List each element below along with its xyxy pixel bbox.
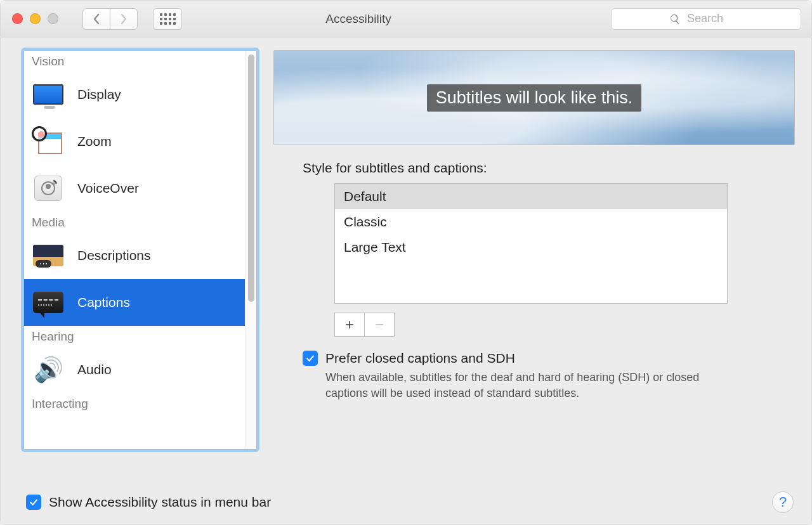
sidebar-scrollbar[interactable] [245, 51, 256, 449]
window-controls [12, 13, 58, 24]
styles-label: Style for subtitles and captions: [303, 160, 795, 176]
prefer-sdh-label: Prefer closed captions and SDH [325, 351, 731, 366]
sidebar-item-audio[interactable]: 🔊 Audio [24, 346, 256, 393]
chevron-left-icon [93, 13, 100, 25]
subtitle-preview: Subtitles will look like this. [273, 50, 795, 145]
search-field[interactable] [611, 8, 801, 30]
group-media-header: Media [24, 212, 256, 232]
add-style-button[interactable]: + [334, 313, 365, 337]
sidebar-item-label: Zoom [77, 134, 112, 149]
sidebar-item-descriptions[interactable]: Descriptions [24, 232, 256, 279]
close-button[interactable] [12, 13, 23, 24]
style-option-large-text[interactable]: Large Text [335, 235, 727, 260]
prefer-sdh-row: Prefer closed captions and SDH When avai… [303, 351, 795, 401]
show-status-checkbox[interactable] [26, 495, 41, 510]
sidebar-item-captions[interactable]: Captions [24, 279, 256, 326]
show-status-label: Show Accessibility status in menu bar [49, 495, 271, 510]
window-title: Accessibility [115, 12, 602, 26]
prefer-sdh-description: When available, subtitles for the deaf a… [325, 370, 731, 401]
style-option-default[interactable]: Default [335, 184, 727, 209]
sidebar-item-label: Descriptions [77, 248, 151, 263]
check-icon [29, 497, 39, 507]
minus-icon: − [375, 316, 384, 334]
zoom-icon [34, 129, 62, 154]
sidebar-item-label: Audio [77, 362, 112, 377]
style-option-classic[interactable]: Classic [335, 209, 727, 235]
footer: Show Accessibility status in menu bar ? [1, 491, 811, 524]
group-interacting-header: Interacting [24, 393, 256, 413]
category-sidebar: Vision Display Zoom [23, 50, 257, 450]
voiceover-icon [34, 176, 62, 201]
group-vision-header: Vision [24, 51, 256, 71]
prefs-window: Accessibility Vision Display [0, 0, 812, 525]
check-icon [305, 353, 315, 363]
scrollbar-thumb[interactable] [248, 55, 254, 302]
content: Vision Display Zoom [1, 37, 811, 491]
titlebar: Accessibility [1, 1, 811, 37]
help-icon: ? [779, 494, 787, 510]
group-hearing-header: Hearing [24, 326, 256, 346]
search-input[interactable] [686, 11, 743, 26]
minimize-button[interactable] [30, 13, 41, 24]
descriptions-icon [33, 245, 63, 266]
sidebar-item-label: VoiceOver [77, 181, 139, 196]
captions-panel: Subtitles will look like this. Style for… [273, 50, 795, 485]
maximize-button[interactable] [48, 13, 58, 24]
add-remove-buttons: + − [334, 313, 795, 337]
subtitle-sample-text: Subtitles will look like this. [427, 84, 642, 112]
audio-icon: 🔊 [34, 356, 62, 383]
plus-icon: + [345, 316, 354, 334]
sidebar-item-label: Display [77, 87, 121, 102]
display-icon [33, 84, 63, 105]
remove-style-button[interactable]: − [364, 313, 395, 337]
back-button[interactable] [82, 8, 110, 30]
help-button[interactable]: ? [772, 491, 794, 513]
captions-icon [33, 292, 63, 313]
sidebar-item-display[interactable]: Display [24, 71, 256, 118]
sidebar-item-zoom[interactable]: Zoom [24, 118, 256, 165]
sidebar-item-label: Captions [77, 295, 130, 310]
prefer-sdh-checkbox[interactable] [303, 351, 318, 366]
styles-list: Default Classic Large Text [334, 183, 728, 304]
sidebar-item-voiceover[interactable]: VoiceOver [24, 165, 256, 212]
search-icon [669, 13, 681, 25]
